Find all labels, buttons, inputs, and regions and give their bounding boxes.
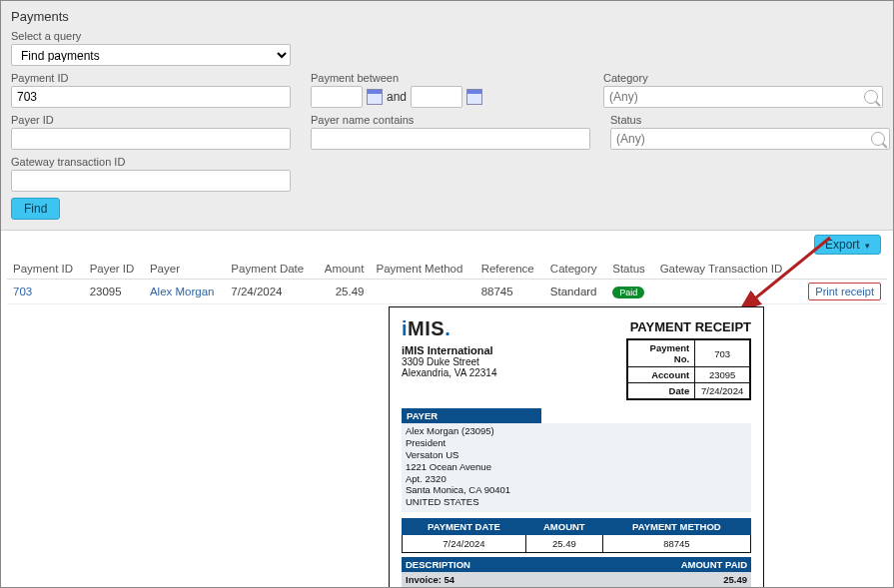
find-button[interactable]: Find: [11, 198, 60, 220]
col-category[interactable]: Category: [544, 259, 606, 280]
gateway-input[interactable]: [11, 170, 291, 192]
col-status[interactable]: Status: [606, 259, 653, 280]
results-table: Payment ID Payer ID Payer Payment Date A…: [7, 259, 887, 304]
date-from-input[interactable]: [311, 86, 363, 108]
cell-method: [370, 280, 474, 304]
cell-reference: 88745: [475, 280, 544, 304]
payer-id-label: Payer ID: [11, 114, 291, 126]
org-name: iMIS International: [402, 344, 496, 356]
col-date[interactable]: Payment Date: [225, 259, 315, 280]
payer-name-input[interactable]: [311, 128, 590, 150]
print-receipt-link[interactable]: Print receipt: [808, 283, 881, 300]
status-label: Status: [610, 114, 890, 126]
search-icon: [871, 132, 885, 146]
receipt-title: PAYMENT RECEIPT: [626, 319, 751, 334]
category-lookup[interactable]: [603, 86, 883, 108]
col-reference[interactable]: Reference: [475, 259, 544, 280]
payer-id-input[interactable]: [11, 128, 291, 150]
gateway-label: Gateway transaction ID: [11, 156, 291, 168]
search-icon: [864, 90, 878, 104]
logo: iMIS.: [402, 317, 496, 340]
export-row: Export ▾: [1, 231, 893, 255]
query-label: Select a query: [11, 30, 883, 42]
payment-id-label: Payment ID: [11, 72, 291, 84]
cell-payer-id: 23095: [84, 280, 144, 304]
calendar-icon[interactable]: [466, 89, 482, 105]
cell-amount: 25.49: [316, 280, 371, 304]
date-to-input[interactable]: [411, 86, 462, 108]
and-label: and: [387, 90, 407, 104]
query-select[interactable]: Find payments: [11, 44, 291, 66]
export-button[interactable]: Export ▾: [814, 235, 881, 255]
calendar-icon[interactable]: [367, 89, 383, 105]
caret-down-icon: ▾: [865, 241, 870, 251]
payment-between-label: Payment between: [311, 72, 482, 84]
cell-date: 7/24/2024: [225, 280, 315, 304]
receipt-preview: iMIS. iMIS International 3309 Duke Stree…: [389, 306, 764, 588]
col-amount[interactable]: Amount: [316, 259, 371, 280]
payment-table: PAYMENT DATE AMOUNT PAYMENT METHOD 7/24/…: [402, 518, 751, 553]
payer-link[interactable]: Alex Morgan: [150, 286, 215, 297]
table-row: 703 23095 Alex Morgan 7/24/2024 25.49 88…: [7, 280, 887, 304]
payment-id-input[interactable]: [11, 86, 291, 108]
payer-header: PAYER: [402, 408, 541, 423]
cell-category: Standard: [544, 280, 606, 304]
col-payment-id[interactable]: Payment ID: [7, 259, 84, 280]
payment-id-link[interactable]: 703: [13, 286, 32, 297]
category-input[interactable]: [603, 86, 883, 108]
col-payer[interactable]: Payer: [144, 259, 225, 280]
category-label: Category: [603, 72, 883, 84]
col-payer-id[interactable]: Payer ID: [84, 259, 144, 280]
search-panel: Payments Select a query Find payments Pa…: [1, 1, 893, 231]
export-label: Export: [825, 238, 860, 252]
description-table: DESCRIPTION AMOUNT PAID Invoice: 54 25.4…: [402, 557, 751, 588]
status-lookup[interactable]: [610, 128, 890, 150]
col-method[interactable]: Payment Method: [370, 259, 474, 280]
page-title: Payments: [11, 9, 883, 24]
receipt-meta: Payment No.703 Account23095 Date7/24/202…: [626, 338, 751, 400]
payer-name-label: Payer name contains: [311, 114, 590, 126]
org-addr2: Alexandria, VA 22314: [402, 367, 496, 378]
cell-gateway: [654, 280, 797, 304]
status-input[interactable]: [610, 128, 890, 150]
org-addr1: 3309 Duke Street: [402, 356, 496, 367]
status-badge: Paid: [612, 287, 644, 298]
payer-block: Alex Morgan (23095) President Versaton U…: [402, 423, 751, 512]
col-gateway[interactable]: Gateway Transaction ID: [654, 259, 797, 280]
